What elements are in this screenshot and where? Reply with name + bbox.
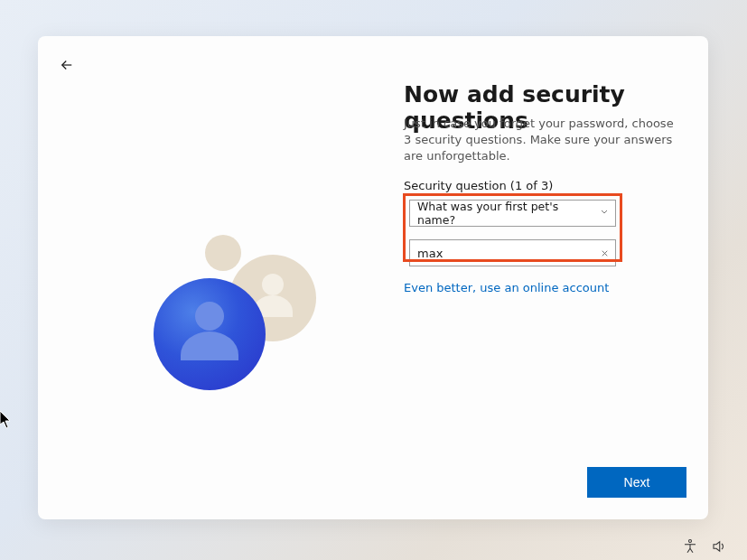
svg-point-5: [689, 540, 692, 543]
answer-input[interactable]: [410, 247, 593, 260]
arrow-left-icon: [59, 57, 75, 73]
setup-panel: Now add security questions Just in case …: [38, 36, 708, 519]
clear-answer-button[interactable]: [593, 240, 615, 266]
system-tray: [682, 538, 727, 555]
next-button[interactable]: Next: [587, 467, 686, 498]
page-subtitle: Just in case you forget your password, c…: [404, 116, 675, 165]
volume-icon[interactable]: [711, 538, 727, 555]
next-button-label: Next: [624, 475, 650, 490]
chevron-down-icon: [599, 207, 610, 220]
accessibility-icon[interactable]: [682, 538, 698, 555]
cursor-icon: [0, 411, 14, 433]
back-button[interactable]: [54, 52, 79, 78]
svg-point-0: [205, 235, 241, 271]
question-label: Security question (1 of 3): [404, 179, 553, 192]
answer-field: [409, 239, 616, 266]
security-question-select[interactable]: What was your first pet's name?: [409, 200, 616, 227]
svg-point-4: [195, 302, 224, 331]
hero-illustration: [128, 212, 327, 411]
online-account-link[interactable]: Even better, use an online account: [404, 281, 609, 294]
svg-point-2: [262, 274, 284, 295]
security-question-selected: What was your first pet's name?: [417, 200, 593, 227]
close-icon: [600, 248, 610, 258]
